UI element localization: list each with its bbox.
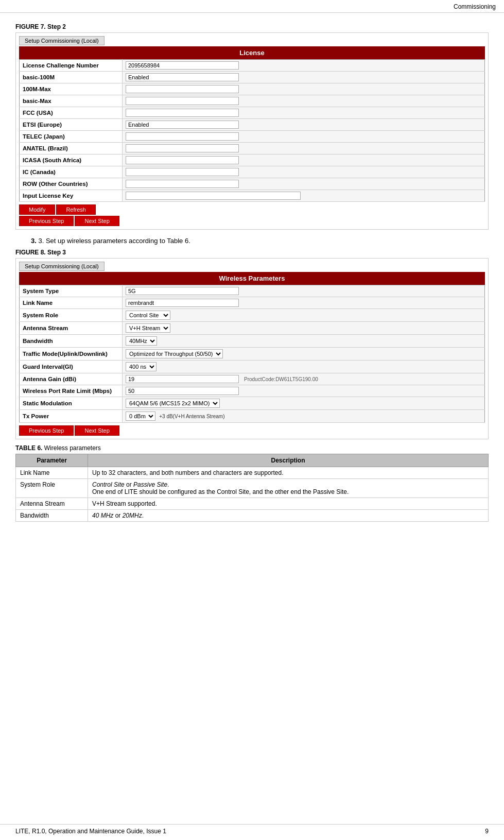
footer-left: LITE, R1.0, Operation and Maintenance Gu… xyxy=(15,828,166,835)
field-value xyxy=(126,109,239,117)
figure8-label: FIGURE 8. Step 3 xyxy=(15,249,489,256)
table-row: Input License Key xyxy=(20,190,485,202)
guard-interval-select[interactable]: 400 ns 800 ns xyxy=(126,362,157,371)
figure8-tab[interactable]: Setup Commissioning (Local) xyxy=(19,262,105,271)
table-row: Guard Interval(GI) 400 ns 800 ns xyxy=(20,361,485,373)
field-value xyxy=(126,156,239,164)
field-label: System Role xyxy=(20,309,123,322)
table-row: Traffic Mode(Uplink/Downlink) Optimized … xyxy=(20,348,485,361)
port-rate-value: 50 xyxy=(126,387,239,395)
next-step-button-2[interactable]: Next Step xyxy=(75,425,119,436)
antenna-gain-row: 19 ProductCode:DW61LT5G190.00 xyxy=(126,375,481,383)
figure8-panel-title: Wireless Parameters xyxy=(19,272,485,285)
field-label: System Type xyxy=(20,285,123,297)
field-label: basic-100M xyxy=(20,72,123,83)
footer-right: 9 xyxy=(485,828,489,835)
refresh-button[interactable]: Refresh xyxy=(56,204,96,215)
table-row: Bandwidth 40MHz 20MHz xyxy=(20,335,485,348)
table-row: Antenna Gain (dBi) 19 ProductCode:DW61LT… xyxy=(20,373,485,385)
field-label: Input License Key xyxy=(20,190,123,202)
desc-cell: Control Site or Passive Site. One end of… xyxy=(88,479,489,498)
table6: Parameter Description Link Name Up to 32… xyxy=(15,454,489,522)
field-label: basic-Max xyxy=(20,95,123,107)
next-step-button[interactable]: Next Step xyxy=(75,216,119,226)
table-row: Bandwidth 40 MHz or 20MHz. xyxy=(16,510,489,522)
param-cell: Bandwidth xyxy=(16,510,88,522)
table-row: ETSI (Europe) Enabled xyxy=(20,119,485,131)
system-role-select[interactable]: Control Site Passive Site xyxy=(126,311,170,320)
table-row: ROW (Other Countries) xyxy=(20,178,485,190)
traffic-mode-select[interactable]: Optimized for Throughput (50/50) xyxy=(126,349,223,358)
field-value: Enabled xyxy=(126,73,239,81)
col-header-param: Parameter xyxy=(16,454,88,467)
table-row: System Type 5G xyxy=(20,285,485,297)
figure8-form-table: System Type 5G Link Name System Role Con… xyxy=(19,285,485,423)
param-cell: Antenna Stream xyxy=(16,498,88,510)
field-label: License Challenge Number xyxy=(20,60,123,72)
field-label: Antenna Stream xyxy=(20,322,123,335)
table-row: Antenna Stream V+H Stream supported. xyxy=(16,498,489,510)
input-license-key[interactable] xyxy=(126,192,301,200)
field-label: ROW (Other Countries) xyxy=(20,178,123,190)
field-value: 2095658984 xyxy=(126,61,239,70)
figure7-tab-bar: Setup Commissioning (Local) xyxy=(19,36,485,45)
table-row: ICASA (South Africa) xyxy=(20,155,485,166)
figure8-nav-row: Previous Step Next Step xyxy=(19,425,485,436)
desc-cell: V+H Stream supported. xyxy=(88,498,489,510)
table-row: Link Name xyxy=(20,297,485,309)
bandwidth-select[interactable]: 40MHz 20MHz xyxy=(126,336,157,346)
field-label: ICASA (South Africa) xyxy=(20,155,123,166)
header-title: Commissioning xyxy=(454,3,496,10)
step3-text: 3. 3. Set up wireless parameters accordi… xyxy=(31,237,489,245)
system-type-value: 5G xyxy=(126,287,239,295)
field-label: Tx Power xyxy=(20,410,123,423)
table-row: basic-100M Enabled xyxy=(20,72,485,83)
table-row: FCC (USA) xyxy=(20,107,485,119)
figure8-tab-bar: Setup Commissioning (Local) xyxy=(19,262,485,271)
field-value xyxy=(126,85,239,93)
static-modulation-select[interactable]: 64QAM 5/6 (MCS15 2x2 MIMO) xyxy=(126,399,220,408)
param-cell: Link Name xyxy=(16,467,88,479)
table-row: basic-Max xyxy=(20,95,485,107)
table-row: Wireless Port Rate Limit (Mbps) 50 xyxy=(20,385,485,397)
table-row: Link Name Up to 32 characters, and both … xyxy=(16,467,489,479)
prev-step-button[interactable]: Previous Step xyxy=(19,216,74,226)
table-row: 100M-Max xyxy=(20,83,485,95)
table-row: System Role Control Site or Passive Site… xyxy=(16,479,489,498)
desc-cell: Up to 32 characters, and both numbers an… xyxy=(88,467,489,479)
field-label: IC (Canada) xyxy=(20,166,123,178)
modify-button[interactable]: Modify xyxy=(19,204,55,215)
field-value xyxy=(126,180,239,188)
prev-step-button-2[interactable]: Previous Step xyxy=(19,425,74,436)
field-label: Wireless Port Rate Limit (Mbps) xyxy=(20,385,123,397)
field-label: ANATEL (Brazil) xyxy=(20,143,123,155)
field-value xyxy=(126,132,239,141)
field-label: TELEC (Japan) xyxy=(20,131,123,143)
figure8-box: Setup Commissioning (Local) Wireless Par… xyxy=(15,258,489,439)
link-name-input[interactable] xyxy=(126,299,239,307)
field-label: Link Name xyxy=(20,297,123,309)
col-header-desc: Description xyxy=(88,454,489,467)
table6-section: TABLE 6. Wireless parameters Parameter D… xyxy=(15,444,489,522)
field-label: Traffic Mode(Uplink/Downlink) xyxy=(20,348,123,361)
param-cell: System Role xyxy=(16,479,88,498)
field-value xyxy=(126,168,239,176)
field-label: Guard Interval(GI) xyxy=(20,361,123,373)
table-row: IC (Canada) xyxy=(20,166,485,178)
field-value xyxy=(126,97,239,105)
figure7-label: FIGURE 7. Step 2 xyxy=(15,23,489,30)
table-row: ANATEL (Brazil) xyxy=(20,143,485,155)
field-value xyxy=(126,144,239,152)
table-row: Static Modulation 64QAM 5/6 (MCS15 2x2 M… xyxy=(20,397,485,410)
figure7-tab[interactable]: Setup Commissioning (Local) xyxy=(19,36,105,45)
table-row: Tx Power 0 dBm +3 dB(V+H Antenna Stream) xyxy=(20,410,485,423)
desc-cell: 40 MHz or 20MHz. xyxy=(88,510,489,522)
field-label: FCC (USA) xyxy=(20,107,123,119)
field-label: 100M-Max xyxy=(20,83,123,95)
table-row: TELEC (Japan) xyxy=(20,131,485,143)
antenna-stream-select[interactable]: V+H Stream xyxy=(126,323,170,333)
field-value: Enabled xyxy=(126,121,239,129)
page-footer: LITE, R1.0, Operation and Maintenance Gu… xyxy=(0,824,504,835)
figure7-nav-row: Previous Step Next Step xyxy=(19,216,485,226)
tx-power-select[interactable]: 0 dBm xyxy=(126,412,155,421)
